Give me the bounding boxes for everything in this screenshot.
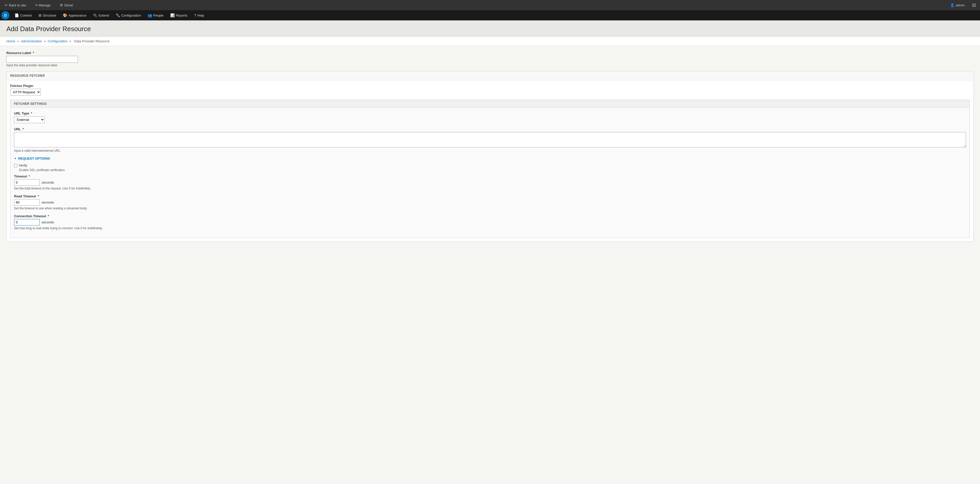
breadcrumb: Home » Administration » Configuration » … <box>0 37 980 46</box>
appearance-icon: 🎨 <box>63 13 67 17</box>
nav-content[interactable]: 📄 Content <box>11 10 35 21</box>
breadcrumb-sep3: » <box>69 39 72 43</box>
resource-label-description: Input the data provider resource label. <box>6 63 974 67</box>
url-required: * <box>22 127 24 131</box>
breadcrumb-configuration[interactable]: Configuration <box>48 39 67 43</box>
read-timeout-input-group: seconds <box>14 199 966 206</box>
breadcrumb-current: Data Provider Resource <box>74 39 110 43</box>
connection-timeout-group: Connection Timeout * seconds Set how lon… <box>14 214 966 230</box>
url-textarea[interactable] <box>14 132 966 148</box>
timeout-description: Set the total timeout of the request. Us… <box>14 187 966 190</box>
fetcher-plugin-group: Fetcher Plugin HTTP Request <box>10 84 970 96</box>
url-type-label: URL Type * <box>14 111 966 115</box>
url-type-required: * <box>31 111 32 115</box>
verify-checkbox-group: Verify <box>14 163 966 167</box>
read-timeout-input[interactable] <box>14 199 40 206</box>
nav-content-label: Content <box>20 14 32 17</box>
read-timeout-description: Set the timeout to use when reading a st… <box>14 206 966 210</box>
breadcrumb-administration[interactable]: Administration <box>21 39 42 43</box>
resource-fetcher-fieldset: RESOURCE FETCHER Fetcher Plugin HTTP Req… <box>6 71 974 242</box>
config-icon: 🔧 <box>116 13 120 17</box>
admin-user-button[interactable]: 👤 admin <box>948 3 967 7</box>
read-timeout-unit: seconds <box>41 200 54 204</box>
extend-icon: 🔌 <box>93 13 97 17</box>
connection-timeout-label: Connection Timeout * <box>14 214 966 218</box>
connection-timeout-required: * <box>48 214 49 218</box>
nav-extend-label: Extend <box>99 14 109 17</box>
verify-description: Enable SSL certificate verification. <box>19 168 966 172</box>
breadcrumb-sep2: » <box>44 39 47 43</box>
breadcrumb-home[interactable]: Home <box>6 39 15 43</box>
user-icon: 👤 <box>950 3 955 7</box>
nav-reports[interactable]: 📊 Reports <box>167 10 191 21</box>
nav-appearance-label: Appearance <box>68 14 86 17</box>
admin-user-label: admin <box>956 3 965 7</box>
devel-button[interactable]: ⚙ Devel <box>58 0 75 10</box>
admin-bar-right: 👤 admin ⊟ <box>948 2 977 8</box>
collapse-sidebar-button[interactable]: ⊟ <box>970 2 977 8</box>
triangle-down-icon: ▼ <box>14 157 17 160</box>
content-icon: 📄 <box>14 13 19 17</box>
connection-timeout-input-group: seconds <box>14 219 966 225</box>
url-description: Input a valid internal/external URL. <box>14 149 966 152</box>
request-options-section: ▼ REQUEST OPTIONS Verify Enable SSL cert… <box>14 157 966 230</box>
nav-structure-label: Structure <box>43 14 56 17</box>
read-timeout-required: * <box>38 194 39 198</box>
fetcher-settings-legend: FETCHER SETTINGS <box>11 100 969 108</box>
nav-appearance[interactable]: 🎨 Appearance <box>60 10 89 21</box>
timeout-label: Timeout * <box>14 175 966 178</box>
back-icon: ↩ <box>5 3 8 7</box>
resource-fetcher-legend: RESOURCE FETCHER <box>6 71 974 80</box>
resource-label-required: * <box>33 51 34 55</box>
nav-reports-label: Reports <box>176 14 188 17</box>
url-group: URL * Input a valid internal/external UR… <box>14 127 966 152</box>
fetcher-plugin-select[interactable]: HTTP Request <box>10 89 41 96</box>
structure-icon: ⊞ <box>38 13 41 17</box>
nav-people[interactable]: 👥 People <box>145 10 166 21</box>
help-icon: ? <box>194 13 196 17</box>
main-content: Resource Label * Input the data provider… <box>0 46 980 484</box>
url-type-select[interactable]: External Internal <box>14 116 45 123</box>
request-options-toggle[interactable]: ▼ REQUEST OPTIONS <box>14 157 966 160</box>
admin-bar: ↩ Back to site ≡ Manage ⚙ Devel 👤 admin … <box>0 0 980 10</box>
manage-button[interactable]: ≡ Manage <box>33 0 52 10</box>
read-timeout-label: Read Timeout * <box>14 194 966 198</box>
reports-icon: 📊 <box>170 13 175 17</box>
nav-help[interactable]: ? Help <box>191 10 207 21</box>
nav-extend[interactable]: 🔌 Extend <box>90 10 112 21</box>
hamburger-icon: ≡ <box>35 3 37 7</box>
fetcher-settings-body: URL Type * External Internal URL * <box>11 108 969 238</box>
fetcher-plugin-label: Fetcher Plugin <box>10 84 970 88</box>
back-to-site-button[interactable]: ↩ Back to site <box>3 0 28 10</box>
resource-label-input[interactable] <box>6 56 78 63</box>
read-timeout-group: Read Timeout * seconds Set the timeout t… <box>14 194 966 210</box>
nav-help-label: Help <box>197 14 204 17</box>
timeout-unit: seconds <box>41 181 54 184</box>
connection-timeout-unit: seconds <box>41 220 54 224</box>
timeout-input-group: seconds <box>14 179 966 186</box>
drupal-logo: D <box>1 11 10 19</box>
connection-timeout-description: Set how long to wait while trying to con… <box>14 227 966 230</box>
back-to-site-label: Back to site <box>9 3 26 7</box>
people-icon: 👥 <box>148 13 152 17</box>
resource-label-label: Resource Label * <box>6 51 974 55</box>
url-label: URL * <box>14 127 966 131</box>
nav-configuration[interactable]: 🔧 Configuration <box>113 10 144 21</box>
resource-fetcher-body: Fetcher Plugin HTTP Request FETCHER SETT… <box>6 80 974 241</box>
manage-label: Manage <box>38 3 51 7</box>
page-header: Add Data Provider Resource <box>0 21 980 37</box>
timeout-input[interactable] <box>14 179 40 186</box>
devel-label: Devel <box>64 3 73 7</box>
verify-label: Verify <box>19 163 27 167</box>
timeout-required: * <box>29 175 30 178</box>
gear-icon: ⚙ <box>60 3 63 7</box>
nav-people-label: People <box>153 14 163 17</box>
request-options-label: REQUEST OPTIONS <box>18 157 50 160</box>
connection-timeout-input[interactable] <box>14 219 40 225</box>
nav-structure[interactable]: ⊞ Structure <box>35 10 59 21</box>
resource-label-group: Resource Label * Input the data provider… <box>6 51 974 67</box>
page-title: Add Data Provider Resource <box>6 25 974 33</box>
verify-checkbox[interactable] <box>14 164 18 167</box>
breadcrumb-sep1: » <box>17 39 20 43</box>
fetcher-settings-fieldset: FETCHER SETTINGS URL Type * External Int… <box>10 100 970 238</box>
